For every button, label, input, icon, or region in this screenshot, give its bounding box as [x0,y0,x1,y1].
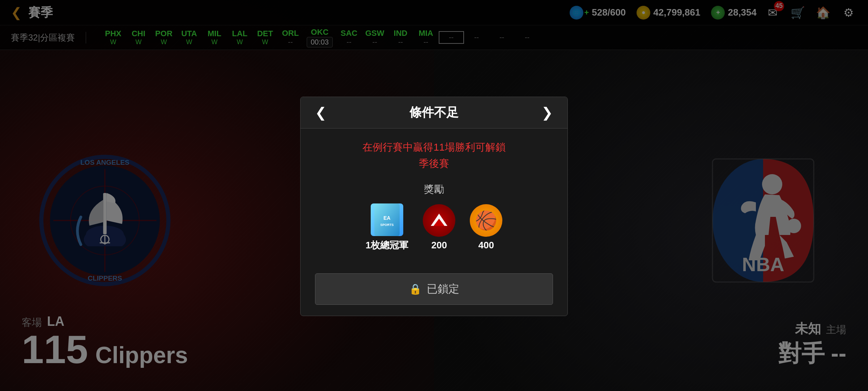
modal-footer: 🔒 已鎖定 [301,273,567,316]
modal-prev-button[interactable]: ❮ [311,105,330,121]
lock-button[interactable]: 🔒 已鎖定 [315,273,553,305]
reward-points: 200 [423,204,455,251]
lock-label: 已鎖定 [427,282,459,297]
points-icon [423,204,455,237]
modal-title: 條件不足 [330,104,538,121]
reward-ea-card: EA SPORTS 1枚總冠軍 [366,203,408,252]
ea-card-icon: EA SPORTS [371,203,403,236]
reward-coins: 🏀 400 [470,204,502,251]
svg-text:EA: EA [383,215,390,221]
modal-body: 在例行賽中贏得11場勝利可解鎖季後賽 獎勵 [301,129,567,274]
modal-next-button[interactable]: ❯ [538,105,557,121]
ea-card-value: 1枚總冠軍 [366,239,408,252]
requirement-text: 在例行賽中贏得11場勝利可解鎖季後賽 [315,139,553,172]
rewards-label: 獎勵 [315,182,553,196]
modal: ❮ 條件不足 ❯ 在例行賽中贏得11場勝利可解鎖季後賽 獎勵 [300,97,568,316]
modal-header: ❮ 條件不足 ❯ [301,97,567,129]
modal-overlay: ❮ 條件不足 ❯ 在例行賽中贏得11場勝利可解鎖季後賽 獎勵 [0,0,868,391]
rewards-list: EA SPORTS 1枚總冠軍 200 [315,203,553,252]
svg-text:SPORTS: SPORTS [380,223,393,227]
coins-reward-value: 400 [478,240,494,251]
coins-ball-icon: 🏀 [470,204,502,237]
points-value: 200 [431,240,447,251]
lock-icon: 🔒 [409,283,422,295]
